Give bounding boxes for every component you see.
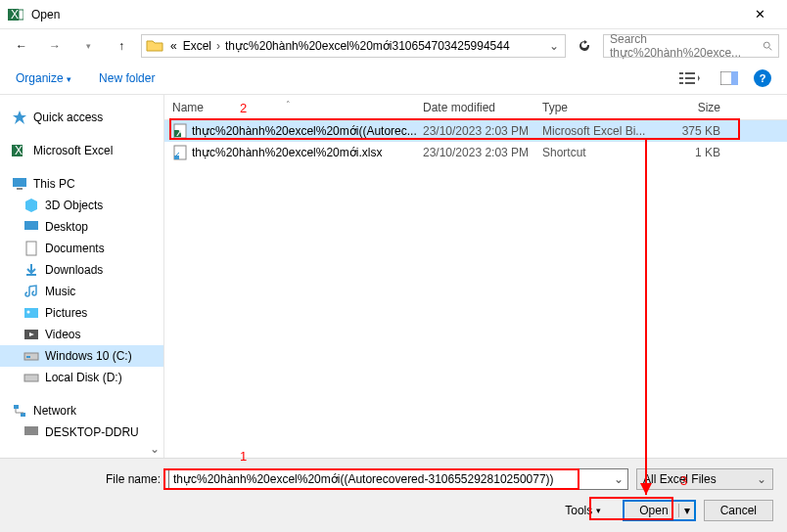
sidebar-network[interactable]: Network <box>0 400 163 421</box>
close-button[interactable]: ✕ <box>740 7 779 22</box>
svg-rect-7 <box>679 77 683 79</box>
pc-icon <box>12 176 27 192</box>
downloads-icon <box>23 262 39 278</box>
drive-icon <box>23 370 39 385</box>
svg-point-3 <box>764 42 769 48</box>
file-row[interactable]: thực%20hành%20excel%20mới.xlsx 23/10/202… <box>164 142 787 163</box>
videos-icon <box>23 327 39 342</box>
annotation-label-1: 1 <box>240 449 247 464</box>
network-icon <box>12 403 27 419</box>
sidebar-documents[interactable]: Documents <box>0 238 163 259</box>
excel-app-icon: X <box>8 7 23 22</box>
sidebar-3d-objects[interactable]: 3D Objects <box>0 195 163 216</box>
search-icon <box>763 40 772 52</box>
help-button[interactable]: ? <box>754 69 771 87</box>
svg-text:X: X <box>15 144 23 157</box>
sidebar-videos[interactable]: Videos <box>0 324 163 345</box>
address-bar[interactable]: « Excel › thực%20hành%20excel%20mới31065… <box>141 34 566 58</box>
svg-rect-25 <box>14 405 19 409</box>
file-row[interactable]: X thực%20hành%20excel%20mới((Autorec... … <box>164 120 787 142</box>
svg-rect-12 <box>731 71 738 85</box>
sidebar-microsoft-excel[interactable]: X Microsoft Excel <box>0 140 163 161</box>
col-date[interactable]: Date modified <box>423 101 542 114</box>
nav-bar: ← → ▾ ↑ « Excel › thực%20hành%20excel%20… <box>0 29 787 63</box>
back-button[interactable]: ← <box>8 34 35 58</box>
breadcrumb-sep: › <box>214 39 222 53</box>
svg-rect-8 <box>685 77 695 79</box>
cube-icon <box>23 198 39 213</box>
tools-dropdown[interactable]: Tools▾ <box>565 504 601 517</box>
sidebar: Quick access X Microsoft Excel This PC 3… <box>0 95 164 458</box>
breadcrumb-current[interactable]: thực%20hành%20excel%20mới310654703425994… <box>222 39 513 53</box>
sidebar-desktop[interactable]: Desktop <box>0 216 163 238</box>
file-name: thực%20hành%20excel%20mới((Autorec... <box>192 124 417 138</box>
sidebar-quick-access[interactable]: Quick access <box>0 107 163 128</box>
recent-dropdown[interactable]: ▾ <box>74 34 102 58</box>
sidebar-network-pc[interactable]: DESKTOP-DDRU <box>0 421 163 443</box>
sidebar-downloads[interactable]: Downloads <box>0 259 163 281</box>
open-split-dropdown[interactable]: ▾ <box>678 504 695 517</box>
shortcut-file-icon <box>172 145 188 160</box>
filename-label: File name: <box>14 472 161 486</box>
refresh-button[interactable] <box>572 34 597 58</box>
open-button[interactable]: Open ▾ <box>623 500 695 521</box>
search-input[interactable]: Search thực%20hành%20exce... <box>603 34 779 58</box>
pictures-icon <box>23 305 39 321</box>
address-dropdown[interactable]: ⌄ <box>547 39 561 53</box>
file-type: Shortcut <box>542 146 656 159</box>
file-name: thực%20hành%20excel%20mới.xlsx <box>192 146 382 159</box>
file-type: Microsoft Excel Bi... <box>542 124 656 138</box>
preview-pane-button[interactable] <box>715 67 744 89</box>
excel-icon: X <box>12 143 27 158</box>
svg-rect-26 <box>21 413 25 417</box>
up-button[interactable]: ↑ <box>108 34 135 58</box>
titlebar: X Open ✕ <box>0 0 787 29</box>
sidebar-music[interactable]: Music <box>0 281 163 302</box>
excel-file-icon: X <box>172 123 188 139</box>
sidebar-this-pc[interactable]: This PC <box>0 173 163 195</box>
dialog-footer: File name: thực%20hành%20excel%20mới((Au… <box>0 458 787 532</box>
file-date: 23/10/2023 2:03 PM <box>423 124 542 138</box>
sidebar-drive-d[interactable]: Local Disk (D:) <box>0 367 163 388</box>
documents-icon <box>23 241 39 256</box>
window-title: Open <box>31 8 740 22</box>
sidebar-drive-c[interactable]: Windows 10 (C:) <box>0 345 163 367</box>
svg-rect-19 <box>24 308 38 318</box>
col-name[interactable]: Name˄ <box>172 101 423 114</box>
svg-text:X: X <box>11 8 19 22</box>
svg-rect-16 <box>17 188 23 190</box>
svg-point-20 <box>27 311 30 314</box>
desktop-icon <box>23 219 39 235</box>
svg-text:X: X <box>176 125 184 139</box>
svg-rect-15 <box>13 178 26 187</box>
sidebar-pictures[interactable]: Pictures <box>0 302 163 324</box>
forward-button[interactable]: → <box>41 34 69 58</box>
svg-line-4 <box>769 48 772 51</box>
breadcrumb-excel[interactable]: Excel <box>180 39 214 53</box>
annotation-label-2: 2 <box>240 101 247 115</box>
folder-icon <box>146 38 163 54</box>
svg-rect-1 <box>19 10 23 20</box>
sort-asc-icon: ˄ <box>286 100 291 110</box>
col-type[interactable]: Type <box>542 101 656 114</box>
svg-rect-32 <box>174 155 179 159</box>
annotation-label-3: 3 <box>680 473 687 488</box>
drive-icon <box>23 348 39 364</box>
filename-input[interactable]: thực%20hành%20excel%20mới((Autorecovered… <box>168 468 628 490</box>
file-date: 23/10/2023 2:03 PM <box>423 146 542 159</box>
new-folder-button[interactable]: New folder <box>99 71 155 85</box>
file-type-filter[interactable]: All Excel Files ⌄ <box>636 468 773 490</box>
file-size: 375 KB <box>656 124 734 138</box>
view-mode-button[interactable] <box>675 67 705 89</box>
col-size[interactable]: Size <box>656 101 734 114</box>
sidebar-scroll-indicator[interactable]: ⌄ <box>150 442 160 456</box>
organize-button[interactable]: Organize ▾ <box>16 71 71 85</box>
breadcrumb-root-sep[interactable]: « <box>167 39 180 53</box>
svg-rect-18 <box>26 242 36 255</box>
column-headers: Name˄ Date modified Type Size <box>164 95 787 120</box>
svg-rect-17 <box>24 221 38 230</box>
svg-rect-10 <box>685 82 695 84</box>
cancel-button[interactable]: Cancel <box>704 500 773 521</box>
toolbar: Organize ▾ New folder ? <box>0 63 787 94</box>
chevron-down-icon[interactable]: ⌄ <box>614 472 624 486</box>
